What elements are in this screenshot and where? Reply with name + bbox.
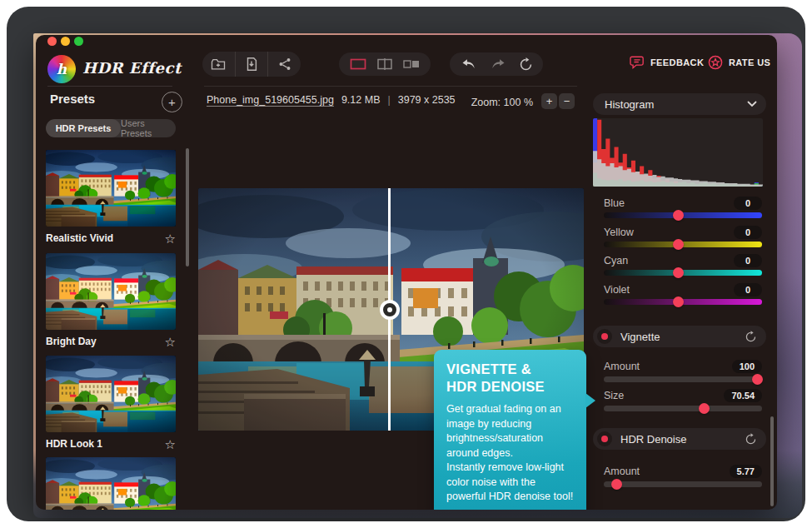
zoom-in-button[interactable]: +: [541, 93, 557, 109]
denoise-amount-thumb[interactable]: [611, 479, 622, 490]
share-button[interactable]: [268, 52, 301, 77]
denoise-amount-track[interactable]: [604, 481, 762, 487]
denoise-amount-label: Amount: [604, 466, 640, 477]
vignette-amount-label: Amount: [604, 361, 640, 372]
denoise-amount-value: 5.77: [730, 465, 762, 478]
zoom-out-button[interactable]: −: [559, 93, 575, 109]
app-title: HDR Effect: [82, 59, 182, 77]
maximize-window-button[interactable]: [74, 37, 83, 46]
single-view-icon[interactable]: [350, 58, 366, 70]
open-image-button[interactable]: [202, 52, 236, 77]
plus-icon: +: [168, 96, 176, 108]
app-logo-icon: h: [47, 55, 76, 83]
reset-section-icon[interactable]: [745, 331, 757, 343]
chevron-down-icon: [747, 101, 757, 107]
histogram-label: Histogram: [605, 98, 747, 111]
vignette-section-header[interactable]: Vignette: [593, 326, 766, 347]
slider-value-blue: 0: [734, 197, 762, 210]
file-info-divider: |: [387, 94, 390, 106]
slider-value-cyan: 0: [734, 254, 762, 267]
histogram-chart: [593, 118, 763, 187]
compare-divider-handle[interactable]: [380, 300, 400, 320]
slider-label-blue: Blue: [604, 197, 625, 209]
undo-icon[interactable]: [461, 57, 477, 71]
sidebar-separator: [47, 86, 172, 87]
screenshot-stage: h HDR Effect: [0, 0, 812, 528]
favorite-star-icon[interactable]: ☆: [165, 438, 176, 451]
denoise-enabled-dot[interactable]: [597, 431, 612, 446]
view-mode-group: [339, 52, 431, 76]
preset-name: Realistic Vivid: [46, 232, 113, 244]
tab-users-presets[interactable]: Users Presets: [121, 119, 176, 137]
toolbar-separator: [204, 86, 577, 87]
redo-icon[interactable]: [490, 57, 506, 71]
file-name: Phone_img_519605455.jpg: [207, 94, 334, 106]
preset-card-partial[interactable]: [46, 457, 176, 510]
reset-section-icon[interactable]: [745, 433, 757, 446]
preset-thumbnail[interactable]: [46, 457, 176, 510]
slider-label-yellow: Yellow: [604, 227, 634, 238]
vignette-enabled-dot[interactable]: [597, 329, 612, 344]
before-half-overlay: [198, 188, 389, 431]
preset-card-bright-day[interactable]: Bright Day☆: [46, 253, 176, 349]
slider-label-cyan: Cyan: [604, 255, 628, 266]
histogram-dropdown[interactable]: Histogram: [593, 93, 766, 115]
denoise-title: HDR Denoise: [620, 433, 745, 446]
side-by-side-view-icon[interactable]: [403, 58, 420, 70]
app-window: h HDR Effect: [36, 35, 777, 510]
vignette-size-value: 70.54: [724, 389, 762, 402]
favorite-star-icon[interactable]: ☆: [165, 232, 176, 245]
slider-thumb-yellow[interactable]: [673, 239, 684, 250]
preset-card-hdr-look-1[interactable]: HDR Look 1☆: [46, 356, 176, 451]
slider-track-violet[interactable]: [604, 299, 762, 305]
preset-name: Bright Day: [46, 336, 97, 347]
slider-thumb-cyan[interactable]: [673, 267, 684, 278]
history-group: [450, 52, 543, 76]
add-preset-button[interactable]: +: [162, 92, 182, 112]
reset-icon[interactable]: [519, 57, 533, 72]
favorite-star-icon[interactable]: ☆: [165, 336, 176, 348]
adjustments-panel: Histogram Blue0 Yellow0 Cyan0 Violet0: [593, 35, 766, 510]
share-icon: [277, 57, 292, 72]
slider-thumb-violet[interactable]: [673, 296, 684, 307]
minus-icon: −: [564, 96, 570, 107]
tab-hdr-presets[interactable]: HDR Presets: [46, 119, 121, 137]
preset-thumbnail[interactable]: [46, 150, 176, 227]
tooltip-body: Get gradual fading on an image by reduci…: [446, 402, 575, 505]
slider-track-yellow[interactable]: [604, 242, 762, 247]
zoom-level-label: Zoom: 100 %: [462, 97, 533, 108]
vignette-amount-value: 100: [732, 360, 762, 373]
preset-thumbnail[interactable]: [46, 253, 176, 330]
panel-scrollbar[interactable]: [770, 416, 774, 506]
presets-title: Presets: [50, 92, 95, 106]
vignette-size-track[interactable]: [604, 406, 762, 411]
export-image-button[interactable]: [236, 52, 269, 77]
file-size: 9.12 MB: [341, 94, 381, 106]
file-actions-group: [202, 52, 301, 77]
slider-value-yellow: 0: [734, 226, 762, 239]
vignette-size-thumb[interactable]: [699, 403, 710, 414]
slider-thumb-blue[interactable]: [673, 210, 684, 221]
preset-name: HDR Look 1: [46, 438, 102, 450]
slider-track-cyan[interactable]: [604, 270, 762, 276]
split-view-icon[interactable]: [377, 58, 392, 70]
slider-value-violet: 0: [734, 283, 762, 296]
tooltip-title: VIGNETTE & HDR DENOISE: [446, 361, 575, 396]
presets-tabs: HDR Presets Users Presets: [46, 119, 176, 137]
slider-label-violet: Violet: [604, 284, 630, 296]
minimize-window-button[interactable]: [61, 37, 70, 46]
vignette-amount-track[interactable]: [604, 376, 762, 382]
close-window-button[interactable]: [47, 37, 57, 46]
presets-scrollbar[interactable]: [186, 148, 189, 266]
vignette-title: Vignette: [620, 331, 745, 343]
file-info: Phone_img_519605455.jpg 9.12 MB | 3979 x…: [207, 94, 456, 106]
vignette-size-label: Size: [604, 390, 624, 401]
folder-add-icon: [210, 57, 227, 72]
vignette-amount-thumb[interactable]: [752, 374, 763, 385]
plus-icon: +: [546, 96, 553, 107]
slider-track-blue[interactable]: [604, 212, 762, 218]
file-download-icon: [244, 57, 259, 72]
preset-card-realistic-vivid[interactable]: Realistic Vivid☆: [46, 150, 176, 246]
hdr-denoise-section-header[interactable]: HDR Denoise: [593, 428, 766, 450]
preset-thumbnail[interactable]: [46, 356, 176, 432]
